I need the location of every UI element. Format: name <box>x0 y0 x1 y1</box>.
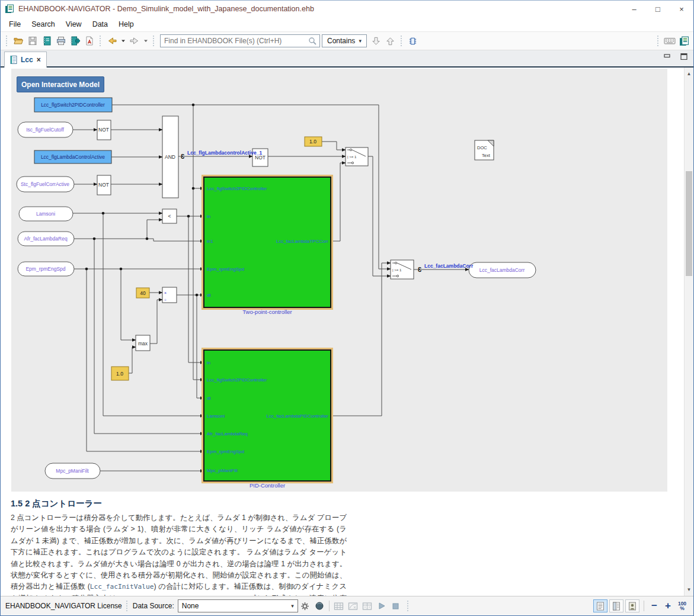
open-folder-icon <box>13 36 24 46</box>
block-max[interactable]: max <box>136 335 150 351</box>
vertical-scrollbar[interactable]: ▲ ▼ <box>684 68 693 596</box>
block-inport-isc[interactable]: Isc_flgFuelCutoff <box>18 122 73 137</box>
block-doc-text[interactable]: DOC Text <box>475 140 494 160</box>
svg-text:Lcc_facLambdaCorr: Lcc_facLambdaCorr <box>424 263 474 269</box>
about-ehandbook-button[interactable] <box>677 34 691 48</box>
svg-text:NOT: NOT <box>98 127 109 133</box>
svg-text:Lcc_facLambdaTPCCorr: Lcc_facLambdaTPCCorr <box>276 239 328 244</box>
data-source-dropdown[interactable]: None ▾ <box>178 599 298 612</box>
svg-text:×: × <box>164 291 167 295</box>
calibration-map-button[interactable] <box>332 599 346 612</box>
block-constant-1-left[interactable]: 1.0 <box>111 367 129 380</box>
search-input[interactable] <box>164 37 308 45</box>
scroll-down-icon[interactable]: ▼ <box>685 587 693 592</box>
block-and[interactable]: AND <box>162 116 178 198</box>
export-pdf-button[interactable] <box>82 34 97 48</box>
block-constant-40[interactable]: 40 <box>136 288 149 298</box>
svg-text:Lcc_flgLambdacontrolActive_1: Lcc_flgLambdacontrolActive_1 <box>187 150 262 156</box>
block-not-2[interactable]: NOT <box>97 175 111 195</box>
minimize-button[interactable]: – <box>622 1 646 17</box>
person-icon <box>628 602 637 611</box>
sphere-icon <box>315 601 324 611</box>
map-grid-icon <box>334 601 344 611</box>
export-button[interactable] <box>68 34 82 48</box>
block-not-1[interactable]: NOT <box>97 120 111 140</box>
scrollbar-thumb[interactable] <box>686 171 692 276</box>
svg-text:Lamsoni: Lamsoni <box>36 211 55 217</box>
back-history-dropdown[interactable] <box>119 34 127 48</box>
find-previous-button[interactable] <box>383 34 398 48</box>
minimize-pane-icon[interactable] <box>664 53 671 60</box>
zoom-level-indicator[interactable]: 100 % <box>676 601 689 611</box>
view-mode-document-button[interactable] <box>593 599 607 612</box>
find-next-button[interactable] <box>369 34 383 48</box>
svg-text:NOT: NOT <box>98 182 109 188</box>
block-constant-1-top[interactable]: 1.0 <box>305 137 322 146</box>
menu-search[interactable]: Search <box>26 18 60 30</box>
signal-label-fac-lambda-corr[interactable]: Ɛ Lcc_facLambdaCorr <box>418 263 474 273</box>
block-divide[interactable]: × ÷ <box>162 287 177 303</box>
chip-icon <box>408 36 418 46</box>
block-inport-epm[interactable]: Epm_rpmEngSpd <box>18 262 74 276</box>
tab-lcc[interactable]: Lcc × <box>4 52 47 68</box>
open-handbook-button[interactable] <box>40 34 54 48</box>
forward-history-dropdown[interactable] <box>142 34 150 48</box>
search-mode-dropdown[interactable]: Contains ▾ <box>322 34 367 47</box>
forward-arrow-icon <box>129 36 140 46</box>
svg-text:in: in <box>207 214 210 219</box>
statusbar-divider <box>644 601 644 611</box>
svg-text:DOC: DOC <box>477 145 487 150</box>
svg-text:Afr_facLambdaReq: Afr_facLambdaReq <box>24 236 68 242</box>
toolbar-grip <box>153 36 155 46</box>
run-button[interactable] <box>375 599 388 612</box>
data-source-settings-button[interactable] <box>299 599 312 612</box>
zoom-in-button[interactable]: + <box>662 599 674 612</box>
stop-icon <box>392 602 399 610</box>
calibration-value-button[interactable] <box>361 599 374 612</box>
navigate-back-button[interactable] <box>105 34 119 48</box>
menu-view[interactable]: View <box>60 18 87 30</box>
stop-button[interactable] <box>389 599 402 612</box>
block-inport-lamsoni[interactable]: Lamsoni <box>19 207 73 221</box>
menu-data[interactable]: Data <box>87 18 113 30</box>
block-switch-2[interactable]: | >= 1 <box>391 260 414 279</box>
block-switch-1[interactable]: | >= 1 <box>346 147 368 166</box>
menu-file[interactable]: File <box>4 18 26 30</box>
svg-text:Epm_rpmEngSpd: Epm_rpmEngSpd <box>207 449 244 454</box>
block-inport-afr[interactable]: Afr_facLambdaReq <box>18 232 74 246</box>
block-lambda-control-active[interactable]: Lcc_flgLambdaControlActive <box>34 150 111 163</box>
calibration-curve-button[interactable] <box>347 599 360 612</box>
open-file-button[interactable] <box>11 34 25 48</box>
scroll-up-icon[interactable]: ▲ <box>685 71 693 76</box>
block-pid-controller[interactable]: in Lcc_flgSwitch2PIDController dt Lamson… <box>202 348 333 489</box>
print-button[interactable] <box>54 34 68 48</box>
zoom-out-button[interactable]: − <box>648 599 660 612</box>
navigate-forward-button[interactable] <box>127 34 142 48</box>
maximize-pane-icon[interactable] <box>680 53 687 60</box>
block-outport-fac-lambda-corr[interactable]: Lcc_facLambdaCorr <box>469 262 536 278</box>
maximize-button[interactable]: □ <box>646 1 670 17</box>
search-mode-label: Contains <box>327 37 355 45</box>
export-icon <box>70 36 81 46</box>
svg-text:Mpc_pManiFilt: Mpc_pManiFilt <box>56 468 89 474</box>
chevron-down-icon: ▾ <box>291 603 294 609</box>
close-button[interactable]: × <box>670 1 693 17</box>
block-switch2pid-input[interactable]: Lcc_flgSwitch2PIDController <box>34 98 112 112</box>
view-mode-presentation-button[interactable] <box>625 599 639 612</box>
block-inport-stc[interactable]: Stc_flgFuelCorrActive <box>17 177 74 192</box>
measurement-glyph-icon: Ɛ <box>418 267 422 273</box>
play-icon <box>378 602 386 610</box>
open-interactive-model-button[interactable]: Open Interactive Model <box>17 76 104 92</box>
block-two-point-controller[interactable]: Lcc_flgSwitch2PIDController in in1 Epm_r… <box>202 175 333 315</box>
tab-close-icon[interactable]: × <box>37 56 41 64</box>
block-inport-mpc[interactable]: Mpc_pManiFilt <box>45 463 100 479</box>
data-source-connect-button[interactable] <box>313 599 326 612</box>
save-button[interactable] <box>25 34 40 48</box>
svg-text:Lcc_flgSwitch2PIDController: Lcc_flgSwitch2PIDController <box>41 102 105 108</box>
shortcuts-button[interactable] <box>663 34 677 48</box>
document-view-icon <box>596 602 605 611</box>
view-mode-split-button[interactable] <box>609 599 623 612</box>
block-less-than[interactable]: < <box>162 209 177 223</box>
menu-help[interactable]: Help <box>113 18 139 30</box>
structure-search-button[interactable] <box>406 34 420 48</box>
